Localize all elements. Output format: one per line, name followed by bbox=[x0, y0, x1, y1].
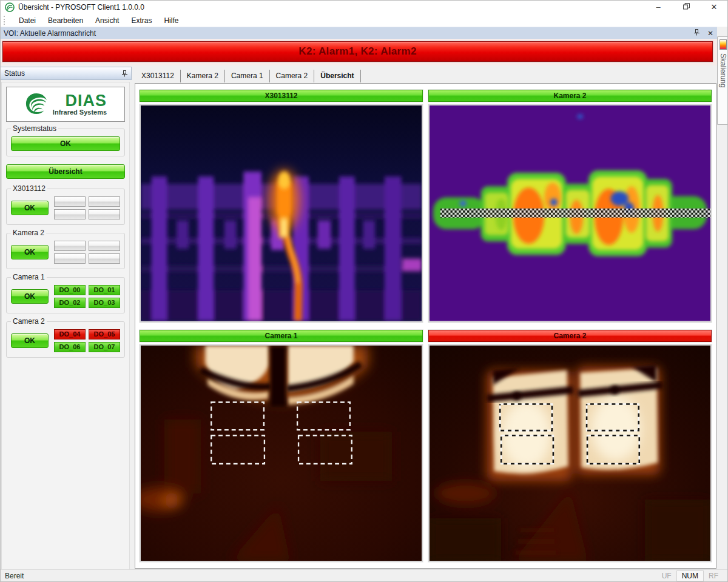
main-area: X3013112 Kamera 2 Camera 1 Camera 2 Über… bbox=[133, 67, 716, 570]
camera-tabstrip: X3013112 Kamera 2 Camera 1 Camera 2 Über… bbox=[135, 70, 361, 82]
alarm-banner: K2: Alarm1, K2: Alarm2 bbox=[2, 41, 713, 62]
systemstatus-label: Systemstatus bbox=[11, 124, 58, 133]
tab-x3013112[interactable]: X3013112 bbox=[135, 70, 181, 82]
menu-extras[interactable]: Extras bbox=[125, 15, 158, 26]
sidebar-title: Status bbox=[4, 69, 25, 78]
do-output-button[interactable]: DO_02 bbox=[54, 298, 86, 308]
overview-button[interactable]: Übersicht bbox=[6, 164, 125, 179]
menu-datei[interactable]: Datei bbox=[13, 15, 42, 26]
tab-uebersicht[interactable]: Übersicht bbox=[314, 70, 360, 82]
camera-view-camera-1[interactable] bbox=[140, 344, 423, 563]
restore-icon bbox=[683, 2, 690, 12]
do-output-button[interactable]: DO_06 bbox=[54, 342, 86, 352]
do-output-button[interactable]: DO_05 bbox=[89, 329, 120, 340]
tab-camera-1[interactable]: Camera 1 bbox=[225, 70, 270, 82]
minimize-button[interactable]: – bbox=[644, 0, 672, 14]
close-button[interactable]: ✕ bbox=[700, 0, 728, 14]
dias-logo: DIAS Infrared Systems bbox=[6, 87, 125, 122]
indicator-uf: UF bbox=[657, 571, 676, 581]
indicator-rf: RF bbox=[704, 571, 723, 581]
alarm-message: K2: Alarm1, K2: Alarm2 bbox=[298, 45, 416, 58]
group-x3013112-label: X3013112 bbox=[11, 184, 47, 193]
do-output-button[interactable]: DO_04 bbox=[54, 329, 86, 340]
io-status-box bbox=[54, 253, 86, 264]
sidebar-body: DIAS Infrared Systems Systemstatus OK Üb… bbox=[1, 82, 130, 570]
minimize-icon: – bbox=[656, 2, 660, 12]
thermal-image-crankshaft bbox=[430, 105, 710, 321]
panel-header-camera-2[interactable]: Camera 2 bbox=[428, 330, 712, 342]
dias-subtitle-text: Infrared Systems bbox=[53, 109, 107, 116]
skalierung-label: Skalierung bbox=[719, 53, 727, 88]
menu-bar: Datei Bearbeiten Ansicht Extras Hilfe bbox=[0, 14, 728, 27]
x3013112-ok-button[interactable]: OK bbox=[11, 201, 49, 215]
io-status-box bbox=[54, 196, 86, 207]
colorbar-icon bbox=[720, 39, 727, 50]
systemstatus-ok-button[interactable]: OK bbox=[11, 136, 120, 151]
dias-logo-mark-icon bbox=[24, 92, 49, 117]
do-output-button[interactable]: DO_01 bbox=[89, 285, 120, 295]
menu-bearbeiten[interactable]: Bearbeiten bbox=[42, 15, 89, 26]
sidebar-header: Status bbox=[0, 67, 132, 80]
do-output-button[interactable]: DO_00 bbox=[54, 285, 86, 295]
kamera-2-ok-button[interactable]: OK bbox=[11, 245, 49, 259]
app-logo-icon bbox=[5, 2, 15, 12]
io-status-box bbox=[54, 209, 86, 219]
io-status-box bbox=[54, 241, 86, 251]
io-status-box bbox=[89, 209, 120, 219]
close-icon: ✕ bbox=[711, 2, 718, 12]
group-kamera-2-label: Kamera 2 bbox=[11, 229, 46, 237]
do-output-button[interactable]: DO_07 bbox=[89, 342, 120, 352]
panel-header-x3013112[interactable]: X3013112 bbox=[140, 90, 423, 102]
voi-panel-title: VOI: Aktuelle Alarmnachricht bbox=[4, 29, 96, 38]
panel-header-camera-1[interactable]: Camera 1 bbox=[140, 330, 423, 342]
camera-panel-camera-1: Camera 1 bbox=[140, 330, 423, 563]
window-title: Übersicht - PYROSOFT Client1 1.0.0.0 bbox=[18, 3, 144, 12]
io-status-box bbox=[89, 241, 120, 251]
overview-grid: X3013112 bbox=[135, 83, 716, 569]
camera-view-x3013112[interactable] bbox=[140, 104, 423, 323]
indicator-num: NUM bbox=[676, 570, 704, 581]
camera-2-ok-button[interactable]: OK bbox=[11, 333, 49, 348]
menu-hilfe[interactable]: Hilfe bbox=[158, 15, 184, 26]
tab-skalierung[interactable]: Skalierung bbox=[717, 36, 728, 125]
thermal-image-busbars bbox=[141, 105, 422, 321]
group-x3013112: X3013112 OK bbox=[6, 189, 125, 225]
camera-1-ok-button[interactable]: OK bbox=[11, 289, 49, 304]
camera-panel-kamera-2: Kamera 2 bbox=[428, 90, 712, 323]
group-kamera-2: Kamera 2 OK bbox=[6, 233, 125, 269]
maximize-button[interactable] bbox=[672, 0, 700, 14]
camera-panel-x3013112: X3013112 bbox=[140, 90, 423, 323]
group-camera-1: Camera 1 OK DO_00 DO_01 DO_02 DO_03 bbox=[6, 277, 125, 313]
tab-kamera-2[interactable]: Kamera 2 bbox=[181, 70, 225, 82]
systemstatus-group: Systemstatus OK bbox=[6, 129, 125, 156]
panel-header-kamera-2[interactable]: Kamera 2 bbox=[428, 90, 712, 102]
group-camera-2: Camera 2 OK DO_04 DO_05 DO_06 DO_07 bbox=[6, 321, 125, 358]
status-bar: Bereit UF NUM RF bbox=[0, 569, 728, 582]
camera-view-camera-2[interactable] bbox=[428, 344, 712, 563]
thermal-image-window-dark bbox=[141, 346, 422, 561]
alarm-area: K2: Alarm1, K2: Alarm2 bbox=[0, 39, 717, 65]
menu-ansicht[interactable]: Ansicht bbox=[89, 15, 125, 26]
group-camera-1-label: Camera 1 bbox=[11, 273, 47, 281]
statusbar-ready-text: Bereit bbox=[0, 572, 24, 580]
camera-panel-camera-2: Camera 2 bbox=[428, 330, 712, 563]
status-sidebar: Status DIAS Infrared Systems Systemstatu… bbox=[0, 67, 132, 570]
group-camera-2-label: Camera 2 bbox=[11, 317, 47, 326]
io-status-box bbox=[89, 196, 120, 207]
sidebar-pin-icon[interactable] bbox=[121, 70, 128, 77]
title-bar: Übersicht - PYROSOFT Client1 1.0.0.0 – ✕ bbox=[0, 0, 728, 14]
camera-view-kamera-2[interactable] bbox=[428, 104, 712, 323]
pin-icon[interactable] bbox=[693, 29, 700, 38]
thermal-image-windows-bright bbox=[430, 346, 710, 561]
measurement-line bbox=[440, 209, 710, 218]
dias-brand-text: DIAS bbox=[66, 93, 107, 109]
do-output-button[interactable]: DO_03 bbox=[89, 298, 120, 308]
voi-panel-header: VOI: Aktuelle Alarmnachricht ✕ bbox=[0, 27, 717, 39]
voi-close-icon[interactable]: ✕ bbox=[707, 29, 713, 38]
io-status-box bbox=[89, 253, 120, 264]
toolbar-grip[interactable] bbox=[4, 16, 7, 25]
tab-camera-2[interactable]: Camera 2 bbox=[270, 70, 315, 82]
